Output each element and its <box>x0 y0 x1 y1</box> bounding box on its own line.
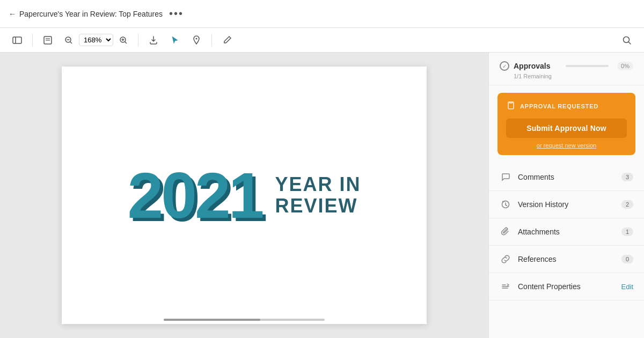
download-button[interactable] <box>145 33 162 48</box>
approvals-remaining: 1/1 Remaining <box>500 73 633 79</box>
back-arrow-icon: ← <box>9 10 16 18</box>
approvals-header: ✓ Approvals 0% <box>500 61 633 71</box>
zoom-out-icon <box>64 35 74 45</box>
svg-line-9 <box>125 41 127 43</box>
approvals-check-icon: ✓ <box>500 61 509 71</box>
sidebar-item-comments[interactable]: Comments 3 <box>489 164 644 191</box>
divider-3 <box>211 34 212 47</box>
svg-line-14 <box>629 42 631 44</box>
request-new-version-link[interactable]: or request new version <box>506 142 627 149</box>
pin-button[interactable] <box>188 33 205 48</box>
document-title: Papercurve's Year in Review: Top Feature… <box>19 10 163 18</box>
document-content: 2021 YEAR IN REVIEW <box>128 163 361 227</box>
approvals-progress-bar <box>566 65 609 67</box>
scroll-indicator[interactable] <box>164 319 325 321</box>
year-line1: YEAR IN <box>275 174 361 195</box>
right-sidebar: ✓ Approvals 0% 1/1 Remaining APPROVAL RE… <box>488 53 644 338</box>
pen-button[interactable] <box>218 33 236 48</box>
sidebar-item-version-history[interactable]: Version History 2 <box>489 191 644 218</box>
svg-point-12 <box>196 38 197 39</box>
zoom-select[interactable]: 50%75%100%125%150%168%200% <box>79 34 113 46</box>
year-line2: REVIEW <box>275 195 361 217</box>
zoom-out-button[interactable] <box>61 33 77 47</box>
pin-icon <box>191 35 202 46</box>
submit-approval-button[interactable]: Submit Approval Now <box>506 119 627 138</box>
year-number: 2021 <box>128 163 262 227</box>
cursor-button[interactable] <box>166 33 184 48</box>
approvals-label: Approvals <box>514 62 557 70</box>
properties-icon <box>500 281 511 292</box>
references-label: References <box>518 255 615 263</box>
year-text-block: YEAR IN REVIEW <box>275 174 361 216</box>
annotate-icon <box>42 35 53 46</box>
sidebar-item-attachments[interactable]: Attachments 1 <box>489 218 644 246</box>
document-area: 2021 YEAR IN REVIEW <box>0 53 488 338</box>
divider-1 <box>32 34 33 47</box>
annotate-button[interactable] <box>39 33 56 48</box>
approval-card: APPROVAL REQUESTED Submit Approval Now o… <box>497 93 635 155</box>
approval-card-header: APPROVAL REQUESTED <box>506 100 627 112</box>
svg-point-13 <box>624 36 630 42</box>
cursor-icon <box>170 35 180 46</box>
comments-badge: 3 <box>621 173 633 181</box>
download-icon <box>148 35 159 46</box>
attachments-label: Attachments <box>518 227 615 236</box>
approvals-percentage: 0% <box>617 62 633 70</box>
references-badge: 0 <box>621 255 633 263</box>
attachments-badge: 1 <box>621 227 633 236</box>
sidebar-icon <box>12 35 23 46</box>
sidebar-toggle-button[interactable] <box>9 33 26 48</box>
main-layout: 2021 YEAR IN REVIEW ✓ Approvals 0% <box>0 53 644 338</box>
sidebar-item-references[interactable]: References 0 <box>489 246 644 273</box>
approvals-section: ✓ Approvals 0% 1/1 Remaining <box>489 53 644 85</box>
approval-card-title: APPROVAL REQUESTED <box>520 103 598 109</box>
history-icon <box>500 199 511 210</box>
zoom-control: 50%75%100%125%150%168%200% <box>61 33 131 47</box>
svg-rect-0 <box>13 37 21 43</box>
content-properties-label: Content Properties <box>518 282 615 291</box>
more-dots-icon: ••• <box>169 8 184 19</box>
zoom-in-button[interactable] <box>115 33 131 47</box>
svg-line-6 <box>70 41 72 43</box>
comments-label: Comments <box>518 173 615 181</box>
search-button[interactable] <box>618 33 635 48</box>
paperclip-icon <box>500 226 511 238</box>
back-button[interactable]: ← Papercurve's Year in Review: Top Featu… <box>9 10 163 18</box>
sidebar-item-content-properties[interactable]: Content Properties Edit <box>489 273 644 300</box>
top-bar: ← Papercurve's Year in Review: Top Featu… <box>0 0 644 28</box>
comment-icon <box>500 171 511 183</box>
document-page: 2021 YEAR IN REVIEW <box>62 67 427 324</box>
zoom-in-icon <box>119 35 128 45</box>
content-properties-edit-link[interactable]: Edit <box>621 283 633 291</box>
toolbar: 50%75%100%125%150%168%200% <box>0 28 644 53</box>
link-icon <box>500 253 511 265</box>
svg-line-21 <box>507 285 509 286</box>
version-history-label: Version History <box>518 200 615 209</box>
version-history-badge: 2 <box>621 200 633 209</box>
more-options-button[interactable]: ••• <box>169 8 184 20</box>
clipboard-icon <box>506 100 516 112</box>
divider-2 <box>138 34 138 47</box>
search-icon <box>621 35 632 46</box>
scroll-thumb <box>164 319 260 321</box>
pen-icon <box>222 35 232 46</box>
